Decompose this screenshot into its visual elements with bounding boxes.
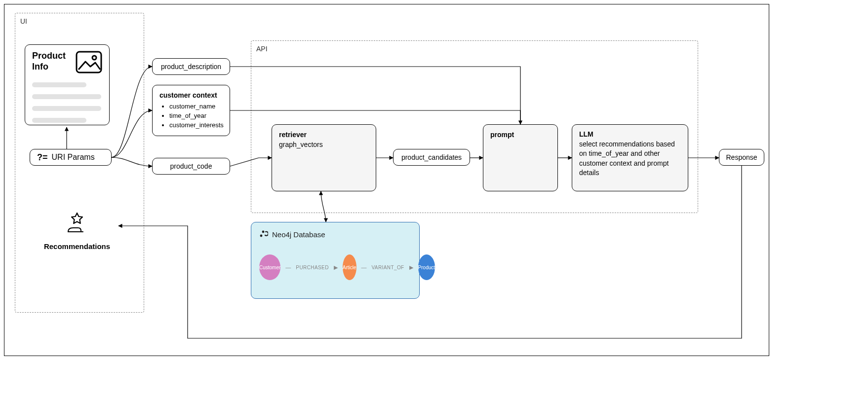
neo4j-graph-row: Customer — PURCHASED ▶ Article — VARIANT…	[259, 254, 411, 280]
group-api-label: API	[256, 45, 268, 53]
retriever-title: retriever	[279, 130, 369, 140]
skeleton-line	[32, 94, 101, 99]
param-product-code-label: product_code	[170, 162, 212, 170]
node-product-candidates: product_candidates	[393, 149, 470, 166]
ctx-item: customer_name	[169, 102, 223, 111]
response-label: Response	[726, 153, 757, 161]
image-icon	[76, 51, 102, 75]
svg-point-1	[92, 56, 96, 60]
skeleton-line	[32, 82, 86, 87]
recommendations-output: Recommendations	[38, 212, 117, 251]
mini-line: —	[361, 264, 367, 270]
node-response: Response	[719, 149, 764, 166]
neo4j-logo-icon	[259, 229, 268, 240]
uri-params-glyph: ?=	[37, 152, 48, 163]
prompt-title: prompt	[490, 130, 551, 140]
skeleton-line	[32, 118, 86, 123]
node-retriever: retriever graph_vectors	[272, 124, 376, 191]
node-prompt: prompt	[483, 124, 558, 191]
uri-params-label: URI Params	[52, 153, 95, 162]
svg-rect-0	[77, 52, 101, 72]
graph-rel-variantof: VARIANT_OF	[372, 265, 404, 270]
mini-arrow-icon: ▶	[409, 264, 413, 271]
skeleton-line	[32, 106, 101, 111]
ctx-item: customer_interests	[169, 121, 223, 130]
graph-node-article: Article	[343, 254, 356, 280]
recommendations-label: Recommendations	[44, 242, 110, 251]
recommendation-icon	[65, 231, 89, 239]
product-info-title: Product Info	[32, 51, 66, 72]
diagram-canvas: UI Product Info ?= URI Params product_de…	[0, 0, 868, 395]
llm-subtitle: select recommendations based on time_of_…	[579, 140, 675, 177]
mini-line: —	[285, 264, 291, 270]
product-candidates-label: product_candidates	[401, 153, 462, 161]
llm-title: LLM	[579, 130, 681, 140]
svg-point-3	[262, 231, 265, 233]
param-customer-context-title: customer context	[159, 90, 223, 100]
param-product-description-label: product_description	[161, 63, 221, 71]
graph-node-customer: Customer	[259, 254, 280, 280]
param-customer-context: customer context customer_name time_of_y…	[152, 85, 230, 136]
node-llm: LLM select recommendations based on time…	[572, 124, 688, 191]
retriever-subtitle: graph_vectors	[279, 141, 323, 148]
graph-node-product: Product	[418, 254, 435, 280]
group-ui-label: UI	[20, 17, 27, 25]
uri-params-node: ?= URI Params	[30, 149, 112, 166]
ctx-item: time_of_year	[169, 111, 223, 121]
product-info-card: Product Info	[25, 44, 110, 125]
graph-rel-purchased: PURCHASED	[296, 265, 328, 270]
mini-arrow-icon: ▶	[334, 264, 338, 271]
neo4j-title-label: Neo4j Database	[272, 230, 325, 239]
svg-point-2	[260, 235, 263, 237]
neo4j-database: Neo4j Database Customer — PURCHASED ▶ Ar…	[251, 222, 420, 299]
param-product-code: product_code	[152, 158, 230, 175]
param-product-description: product_description	[152, 58, 230, 75]
